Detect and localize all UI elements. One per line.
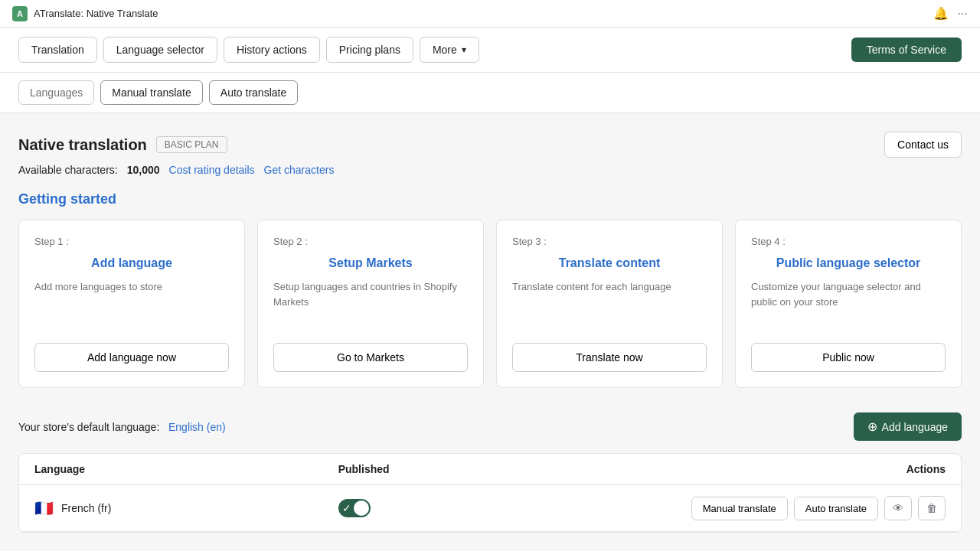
nav-tabs: Translation Language selector History ac… bbox=[18, 37, 479, 63]
step-4-desc: Customize your language selector and pub… bbox=[751, 279, 946, 309]
step-2-label: Step 2 : bbox=[273, 236, 468, 247]
page-title-row: Native translation BASIC PLAN bbox=[18, 136, 227, 154]
subtab-languages[interactable]: Languages bbox=[18, 80, 94, 105]
language-cell: 🇫🇷 French (fr) bbox=[34, 499, 338, 517]
tab-pricing-plans[interactable]: Pricing plans bbox=[326, 37, 413, 63]
go-to-markets-button[interactable]: Go to Markets bbox=[273, 343, 468, 372]
subtab-manual-translate[interactable]: Manual translate bbox=[100, 80, 203, 105]
more-options-icon[interactable]: ··· bbox=[958, 7, 968, 21]
col-language: Language bbox=[34, 463, 338, 475]
step-card-4: Step 4 : Public language selector Custom… bbox=[735, 220, 962, 388]
get-chars-link[interactable]: Get characters bbox=[264, 164, 335, 176]
default-lang-text: Your store's default language: English (… bbox=[18, 421, 226, 433]
actions-cell: Manual translate Auto translate 👁 🗑 bbox=[642, 496, 946, 520]
page-header: Native translation BASIC PLAN Contact us bbox=[18, 132, 962, 158]
step-4-label: Step 4 : bbox=[751, 236, 946, 247]
step-card-1: Step 1 : Add language Add more languages… bbox=[18, 220, 245, 388]
plus-icon: ⊕ bbox=[867, 419, 877, 434]
add-language-button[interactable]: ⊕ Add language bbox=[854, 412, 962, 441]
contact-button[interactable]: Contact us bbox=[884, 132, 962, 158]
steps-grid: Step 1 : Add language Add more languages… bbox=[18, 220, 962, 388]
default-lang-link[interactable]: English (en) bbox=[168, 421, 226, 433]
table-header: Language Published Actions bbox=[19, 454, 961, 485]
page-title: Native translation bbox=[18, 136, 147, 154]
language-name: French (fr) bbox=[61, 502, 111, 514]
published-toggle[interactable]: ✓ bbox=[338, 499, 371, 517]
tab-language-selector[interactable]: Language selector bbox=[103, 37, 217, 63]
chevron-down-icon: ▾ bbox=[462, 44, 466, 55]
chars-label: Available characters: bbox=[18, 164, 118, 176]
main-nav: Translation Language selector History ac… bbox=[0, 28, 980, 73]
main-content: Native translation BASIC PLAN Contact us… bbox=[0, 113, 980, 551]
published-cell: ✓ bbox=[338, 499, 642, 517]
plan-badge: BASIC PLAN bbox=[156, 136, 227, 153]
french-flag-icon: 🇫🇷 bbox=[34, 499, 54, 517]
eye-icon-button[interactable]: 👁 bbox=[884, 496, 912, 520]
default-lang-row: Your store's default language: English (… bbox=[18, 412, 962, 441]
col-published: Published bbox=[338, 463, 642, 475]
bell-icon[interactable]: 🔔 bbox=[933, 6, 949, 21]
step-3-title: Translate content bbox=[512, 256, 707, 270]
app-icon: A bbox=[12, 6, 28, 21]
step-1-title: Add language bbox=[34, 256, 229, 270]
chars-count: 10,000 bbox=[127, 164, 160, 176]
add-language-now-button[interactable]: Add language now bbox=[34, 343, 229, 372]
translate-now-button[interactable]: Translate now bbox=[512, 343, 707, 372]
manual-translate-button[interactable]: Manual translate bbox=[691, 497, 788, 520]
step-1-desc: Add more languages to store bbox=[34, 279, 229, 295]
cost-rating-link[interactable]: Cost rating details bbox=[169, 164, 255, 176]
delete-icon-button[interactable]: 🗑 bbox=[918, 496, 946, 520]
getting-started-title: Getting started bbox=[18, 191, 962, 207]
public-now-button[interactable]: Public now bbox=[751, 343, 946, 372]
titlebar-left: A ATranslate: Native Translate bbox=[12, 6, 158, 21]
tab-history-actions[interactable]: History actions bbox=[224, 37, 320, 63]
titlebar-right: 🔔 ··· bbox=[933, 6, 968, 21]
col-actions: Actions bbox=[642, 463, 946, 475]
app-title: ATranslate: Native Translate bbox=[34, 8, 158, 19]
tos-button[interactable]: Terms of Service bbox=[851, 37, 962, 62]
tab-translation[interactable]: Translation bbox=[18, 37, 97, 63]
subtab-auto-translate[interactable]: Auto translate bbox=[209, 80, 298, 105]
titlebar: A ATranslate: Native Translate 🔔 ··· bbox=[0, 0, 980, 28]
chars-row: Available characters: 10,000 Cost rating… bbox=[18, 164, 962, 176]
step-2-title: Setup Markets bbox=[273, 256, 468, 270]
step-3-desc: Translate content for each language bbox=[512, 279, 707, 295]
language-table: Language Published Actions 🇫🇷 French (fr… bbox=[18, 453, 962, 533]
step-4-title: Public language selector bbox=[751, 256, 946, 270]
sub-nav: Languages Manual translate Auto translat… bbox=[0, 73, 980, 113]
step-card-2: Step 2 : Setup Markets Setup languages a… bbox=[257, 220, 484, 388]
step-1-label: Step 1 : bbox=[34, 236, 229, 247]
step-3-label: Step 3 : bbox=[512, 236, 707, 247]
table-row: 🇫🇷 French (fr) ✓ Manual translate Auto t… bbox=[19, 485, 961, 532]
checkmark-icon: ✓ bbox=[342, 502, 351, 514]
step-card-3: Step 3 : Translate content Translate con… bbox=[496, 220, 723, 388]
tab-more[interactable]: More ▾ bbox=[420, 37, 479, 63]
auto-translate-button[interactable]: Auto translate bbox=[794, 497, 878, 520]
step-2-desc: Setup languages and countries in Shopify… bbox=[273, 279, 468, 309]
